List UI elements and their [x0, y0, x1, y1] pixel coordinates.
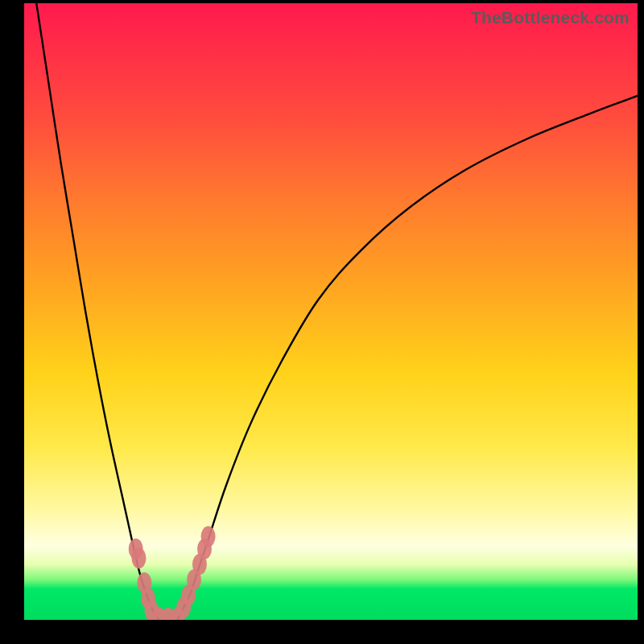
chart-frame: TheBottleneck.com: [0, 0, 644, 644]
curve-chart: [24, 3, 638, 620]
curve-left-branch: [36, 3, 159, 620]
curve-right-branch: [178, 96, 638, 620]
data-marker: [131, 547, 146, 568]
plot-area: TheBottleneck.com: [24, 3, 638, 620]
data-marker: [201, 526, 216, 547]
